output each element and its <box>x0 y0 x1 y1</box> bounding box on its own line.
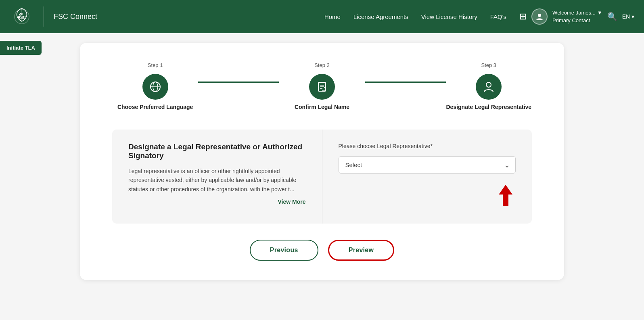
required-marker: * <box>431 143 433 149</box>
section-form: Please choose Legal Representative* Sele… <box>322 130 532 224</box>
legal-rep-select[interactable]: Select <box>339 156 516 174</box>
step-2-icon <box>309 74 335 100</box>
logo-divider <box>44 6 44 27</box>
buttons-row: Previous Preview <box>112 240 532 261</box>
step-2-title: Confirm Legal Name <box>295 104 349 110</box>
nav-license-agreements[interactable]: License Agreements <box>353 13 408 20</box>
step-3: Step 3 Designate Legal Representative <box>446 62 532 110</box>
svg-point-2 <box>538 14 541 17</box>
nav-view-license-history[interactable]: View License History <box>421 13 477 20</box>
field-label-text: Please choose Legal Representative <box>339 143 431 149</box>
main-nav: Home License Agreements View License His… <box>324 13 506 20</box>
preview-button[interactable]: Preview <box>328 240 395 261</box>
step-1-title: Choose Preferred Language <box>117 104 193 110</box>
previous-button[interactable]: Previous <box>250 240 318 261</box>
language-selector[interactable]: EN ▾ <box>622 13 634 20</box>
designate-section: Designate a Legal Representative or Auth… <box>112 130 532 224</box>
welcome-text: Welcome James... <box>552 9 596 17</box>
initiate-tla-button[interactable]: Initiate TLA <box>0 41 42 55</box>
chevron-down-icon: ▼ <box>597 9 602 17</box>
user-role: Primary Contact <box>552 17 602 25</box>
header: FSC FSC Connect Home License Agreements … <box>0 0 644 33</box>
main-card: Step 1 Choose Preferred Language Step 2 <box>80 43 564 280</box>
step-1-icon <box>142 74 168 100</box>
field-label: Please choose Legal Representative* <box>339 142 516 150</box>
search-icon[interactable]: 🔍 <box>607 12 617 21</box>
grid-icon[interactable]: ⊞ <box>519 11 527 22</box>
steps-container: Step 1 Choose Preferred Language Step 2 <box>112 62 532 110</box>
section-description: Designate a Legal Representative or Auth… <box>112 130 322 224</box>
svg-marker-11 <box>499 185 512 206</box>
main-content: Step 1 Choose Preferred Language Step 2 <box>0 33 644 290</box>
step-3-icon <box>476 74 502 100</box>
step-1-label: Step 1 <box>148 62 163 68</box>
svg-point-10 <box>486 82 491 87</box>
section-title: Designate a Legal Representative or Auth… <box>128 142 306 160</box>
header-right: ⊞ Welcome James... ▼ Primary Contact 🔍 E… <box>519 8 634 25</box>
nav-home[interactable]: Home <box>324 13 341 20</box>
step-3-label: Step 3 <box>481 62 497 68</box>
step-1: Step 1 Choose Preferred Language <box>112 62 198 110</box>
fsc-logo: FSC <box>10 4 34 29</box>
arrow-annotation <box>339 183 516 211</box>
app-name: FSC Connect <box>54 13 97 21</box>
step-2-label: Step 2 <box>314 62 330 68</box>
avatar[interactable] <box>531 8 548 25</box>
nav-faqs[interactable]: FAQ's <box>490 13 506 20</box>
step-2: Step 2 Confirm Legal Name <box>279 62 365 110</box>
section-body: Legal representative is an officer or ot… <box>128 167 306 194</box>
logo: FSC FSC Connect <box>10 4 97 29</box>
step-3-title: Designate Legal Representative <box>446 104 532 110</box>
view-more-link[interactable]: View More <box>128 199 306 205</box>
user-info: Welcome James... ▼ Primary Contact <box>552 9 602 25</box>
step-connector-1 <box>198 82 279 83</box>
step-connector-2 <box>365 82 446 83</box>
legal-rep-select-wrapper: Select ⌄ <box>339 156 516 174</box>
up-arrow-icon <box>496 183 516 211</box>
